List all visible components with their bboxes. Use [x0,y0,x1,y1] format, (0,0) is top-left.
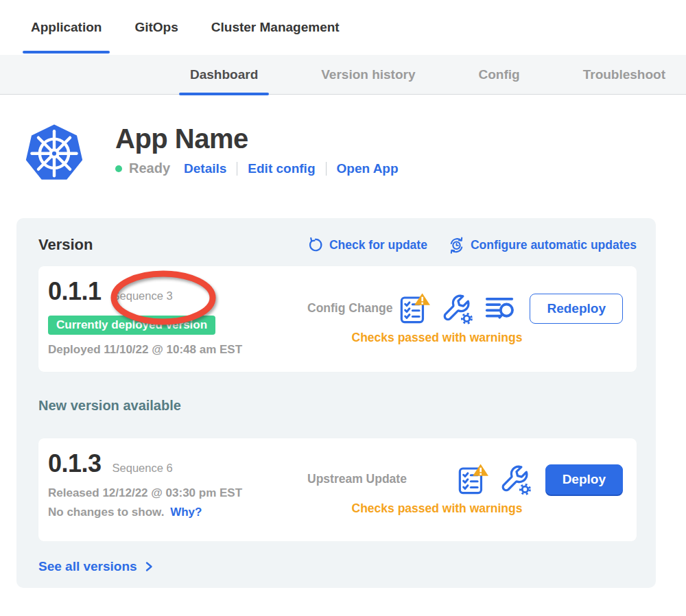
tab-troubleshoot[interactable]: Troubleshoot [572,55,676,95]
deployed-timestamp: Deployed 11/10/22 @ 10:48 am EST [48,343,279,357]
see-all-versions-label: See all versions [38,559,137,574]
version-source-label: Upstream Update [307,472,407,486]
preflight-checks-warning-icon[interactable] [398,292,431,325]
redeploy-button[interactable]: Redeploy [530,294,623,324]
available-checks-status: Checks passed with warnings [279,501,623,516]
current-version-card: 0.1.1 Sequence 3 Currently deployed vers… [38,266,637,372]
current-version-row: 0.1.1 Sequence 3 [48,277,279,306]
app-header-text: App Name Ready Details Edit config Open … [115,122,399,182]
divider [237,162,237,176]
version-panel-title: Version [38,236,93,254]
app-status-row: Ready Details Edit config Open App [115,161,399,176]
tab-application[interactable]: Application [31,0,102,55]
details-link[interactable]: Details [184,161,226,176]
why-link[interactable]: Why? [170,506,202,519]
available-version-card: 0.1.3 Sequence 6 Released 12/12/22 @ 03:… [38,438,637,541]
edit-config-link[interactable]: Edit config [248,161,315,176]
refresh-icon [307,237,324,253]
app-name-title: App Name [115,123,399,154]
available-version-icons [456,463,532,496]
current-version-number: 0.1.1 [48,277,102,306]
check-for-update-button[interactable]: Check for update [307,237,427,253]
configure-automatic-updates-button[interactable]: Configure automatic updates [448,237,637,254]
check-for-update-label: Check for update [329,238,427,252]
preflight-checks-warning-icon[interactable] [456,463,489,496]
deploy-button[interactable]: Deploy [545,464,623,495]
configure-automatic-updates-label: Configure automatic updates [471,238,637,252]
version-panel-header: Version Check for update [38,236,637,254]
chevron-right-icon [143,560,155,573]
current-version-icons [398,292,516,325]
current-checks-status: Checks passed with warnings [279,331,623,345]
currently-deployed-badge: Currently deployed version [48,316,215,335]
version-panel: Version Check for update [16,218,656,588]
tab-gitops[interactable]: GitOps [134,0,178,55]
top-nav: Application GitOps Cluster Management [0,0,686,55]
available-version-sequence: Sequence 6 [113,462,173,475]
version-panel-actions: Check for update Configure automatic upd… [307,237,637,254]
available-version-row: 0.1.3 Sequence 6 [48,449,279,478]
current-version-sequence: Sequence 3 [113,289,173,303]
ready-status-dot-icon [115,165,122,172]
divider [326,162,327,176]
version-source-label: Config Change [307,301,392,316]
no-changes-text: No changes to show. [48,506,164,519]
app-header: App Name Ready Details Edit config Open … [24,122,686,182]
sub-nav: Dashboard Version history Config Trouble… [0,55,686,95]
tab-config[interactable]: Config [468,55,531,95]
tab-version-history[interactable]: Version history [310,55,426,95]
current-version-info: 0.1.1 Sequence 3 Currently deployed vers… [48,277,279,359]
tab-cluster-management[interactable]: Cluster Management [211,0,340,55]
no-changes-row: No changes to show. Why? [48,506,279,519]
available-version-info: 0.1.3 Sequence 6 Released 12/12/22 @ 03:… [48,449,279,529]
kubernetes-logo-icon [24,122,84,182]
new-version-heading: New version available [38,398,637,414]
released-timestamp: Released 12/12/22 @ 03:30 pm EST [48,486,279,500]
edit-config-icon[interactable] [500,464,532,495]
see-all-versions-link[interactable]: See all versions [38,559,155,574]
view-files-icon[interactable] [484,293,516,324]
schedule-icon [448,237,465,254]
available-version-number: 0.1.3 [48,449,102,478]
tab-dashboard[interactable]: Dashboard [179,55,269,95]
available-version-actions: Upstream Update [279,449,623,529]
app-status-label: Ready [129,161,170,176]
edit-config-icon[interactable] [442,293,473,324]
admin-console-page: Application GitOps Cluster Management Da… [0,0,686,616]
current-version-actions: Config Change [279,277,623,359]
open-app-link[interactable]: Open App [337,161,399,176]
